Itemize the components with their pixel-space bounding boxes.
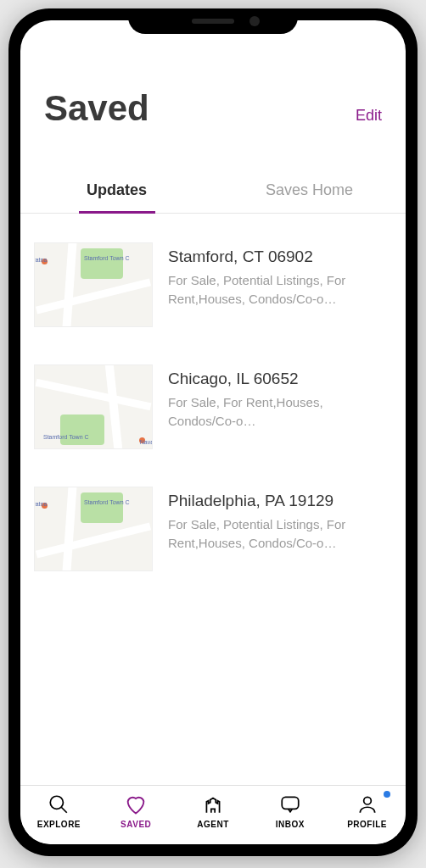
saved-list[interactable]: Navaratna Stamford Town C Stamford, CT 0… [20,214,406,785]
map-thumbnail: Navaratna Stamford Town C [34,242,153,327]
front-camera [249,16,260,26]
list-item-subtitle: For Sale, Potential Listings, For Rent,H… [168,271,392,309]
list-item-subtitle: For Sale, Potential Listings, For Rent,H… [168,515,392,553]
map-center-label: Stamford Town C [43,434,89,440]
speaker-slot [192,19,234,24]
svg-point-3 [363,797,371,804]
nav-profile[interactable]: PROFILE [328,793,406,829]
list-item[interactable]: Navaratna Stamford Town C Chicago, IL 60… [34,353,392,475]
bottom-nav: EXPLORE SAVED AGENT [20,785,406,844]
nav-inbox[interactable]: INBOX [251,793,328,829]
search-icon [47,793,70,816]
list-item[interactable]: Navaratna Stamford Town C Stamford, CT 0… [34,231,392,353]
heart-icon [124,793,148,816]
list-item-info: Chicago, IL 60652 For Sale, For Rent,Hou… [168,364,392,449]
svg-line-1 [62,807,68,813]
tab-saves-home[interactable]: Saves Home [213,171,406,213]
list-item-title: Philadelphia, PA 19129 [168,492,392,510]
nav-label: PROFILE [347,820,387,829]
person-icon [356,793,379,816]
page-title: Saved [44,88,149,129]
list-item-title: Stamford, CT 06902 [168,248,392,266]
phone-notch [128,8,298,34]
map-poi-label: Navaratna [34,501,47,507]
map-center-label: Stamford Town C [84,499,130,505]
map-poi-label: Navaratna [140,439,153,445]
list-item-subtitle: For Sale, For Rent,Houses, Condos/Co-o… [168,393,392,431]
phone-frame: Saved Edit Updates Saves Home Navaratna [8,8,418,856]
nav-label: AGENT [197,820,229,829]
chat-icon [278,793,302,816]
tab-bar: Updates Saves Home [20,171,406,214]
nav-agent[interactable]: AGENT [175,793,252,829]
nav-label: EXPLORE [37,820,81,829]
map-thumbnail: Navaratna Stamford Town C [34,364,153,449]
tab-updates[interactable]: Updates [20,171,213,213]
svg-rect-2 [282,797,299,809]
list-item-info: Philadelphia, PA 19129 For Sale, Potenti… [168,487,392,571]
page-header: Saved Edit [20,88,406,129]
nav-saved[interactable]: SAVED [98,793,175,829]
nav-explore[interactable]: EXPLORE [20,793,98,829]
castle-icon [201,793,225,816]
map-thumbnail: Navaratna Stamford Town C [34,487,153,571]
list-item-title: Chicago, IL 60652 [168,370,392,388]
map-poi-label: Navaratna [34,257,47,263]
notification-dot-icon [384,791,390,798]
svg-point-0 [51,796,64,809]
map-center-label: Stamford Town C [84,255,130,261]
screen: Saved Edit Updates Saves Home Navaratna [20,20,406,844]
nav-label: INBOX [276,820,305,829]
edit-button[interactable]: Edit [356,107,382,125]
content-area: Saved Edit Updates Saves Home Navaratna [20,20,406,785]
list-item[interactable]: Navaratna Stamford Town C Philadelphia, … [34,475,392,597]
list-item-info: Stamford, CT 06902 For Sale, Potential L… [168,242,392,327]
nav-label: SAVED [121,820,151,829]
